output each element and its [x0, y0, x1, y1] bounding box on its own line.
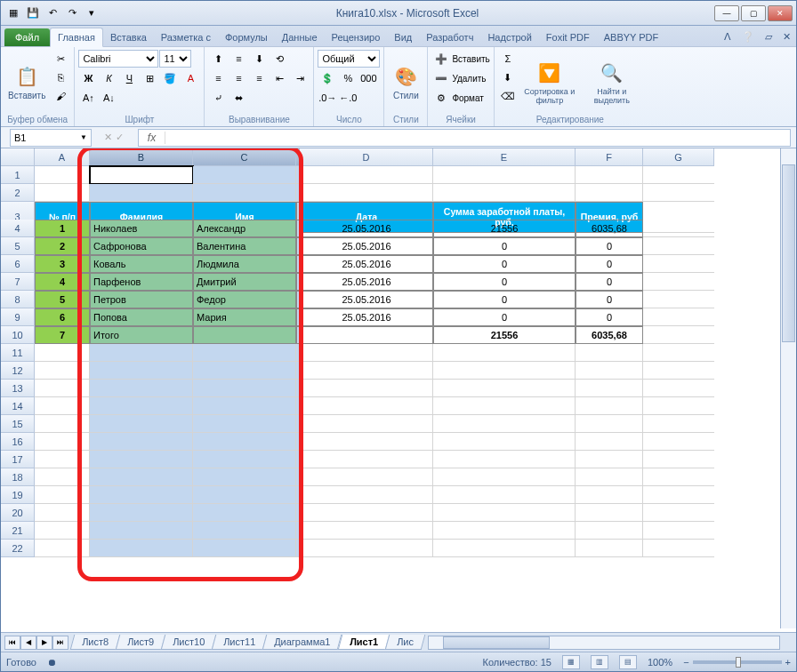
tab-layout[interactable]: Разметка с: [154, 28, 218, 46]
cell-empty[interactable]: [643, 397, 714, 415]
wrap-text-icon[interactable]: ⤶: [208, 89, 228, 107]
number-format-select[interactable]: Общий: [318, 50, 380, 68]
cell-empty[interactable]: [90, 486, 193, 504]
bold-icon[interactable]: Ж: [78, 69, 98, 87]
redo-icon[interactable]: ↷: [63, 4, 81, 22]
cell-name[interactable]: Федор: [193, 291, 296, 308]
cell-data[interactable]: 21556: [433, 326, 576, 344]
cell-empty[interactable]: [90, 184, 193, 202]
cell-empty[interactable]: [576, 540, 643, 557]
sheet-tab-Лист9[interactable]: Лист9: [116, 635, 166, 650]
cell-name[interactable]: Парфенов: [90, 273, 193, 291]
row-header-9[interactable]: 9: [1, 308, 35, 326]
align-top-icon[interactable]: ⬆: [208, 50, 228, 68]
cell-name[interactable]: [193, 326, 296, 344]
sheet-tab-Лист8[interactable]: Лист8: [70, 635, 121, 650]
cell-num[interactable]: 1: [35, 220, 90, 237]
cell-empty[interactable]: [35, 362, 90, 380]
cell-empty[interactable]: [90, 362, 193, 380]
currency-icon[interactable]: 💲: [318, 69, 337, 87]
cell-empty[interactable]: [643, 522, 714, 540]
cell-empty[interactable]: [300, 362, 433, 380]
tab-addins[interactable]: Надстрой: [480, 28, 538, 46]
help-icon[interactable]: ❔: [737, 28, 760, 46]
merge-icon[interactable]: ⬌: [229, 89, 248, 107]
percent-icon[interactable]: %: [338, 69, 358, 87]
cell-name[interactable]: Дмитрий: [193, 273, 296, 291]
cell-empty[interactable]: [193, 184, 296, 202]
cell-empty[interactable]: [35, 380, 90, 397]
cell-data[interactable]: 0: [433, 237, 576, 255]
cell-empty[interactable]: [643, 362, 714, 380]
tab-developer[interactable]: Разработч: [419, 28, 480, 46]
cell-empty[interactable]: [300, 433, 433, 451]
sheet-nav-last-icon[interactable]: ⏭: [52, 636, 68, 650]
cell-data[interactable]: 25.05.2016: [300, 255, 433, 273]
name-box[interactable]: B1 ▼: [10, 129, 92, 147]
row-header-22[interactable]: 22: [1, 540, 35, 557]
styles-button[interactable]: 🎨 Стили: [388, 50, 423, 113]
row-header-21[interactable]: 21: [1, 522, 35, 540]
cell-empty[interactable]: [193, 344, 296, 362]
cell-empty[interactable]: [193, 415, 296, 433]
row-header-4[interactable]: 4: [1, 220, 35, 237]
cell-empty[interactable]: [643, 433, 714, 451]
comma-icon[interactable]: 000: [358, 69, 378, 87]
cell-empty[interactable]: [643, 451, 714, 468]
font-size-select[interactable]: 11: [159, 50, 191, 68]
cell-empty[interactable]: [90, 433, 193, 451]
minimize-button[interactable]: —: [714, 5, 739, 21]
restore-window-icon[interactable]: ▱: [760, 28, 777, 46]
cell-empty[interactable]: [35, 415, 90, 433]
vertical-scrollbar[interactable]: [780, 148, 796, 628]
cell-empty[interactable]: [300, 415, 433, 433]
cell-name[interactable]: Петров: [90, 291, 193, 308]
align-bottom-icon[interactable]: ⬇: [249, 50, 269, 68]
vscroll-thumb[interactable]: [782, 164, 795, 342]
cell-empty[interactable]: [576, 184, 643, 202]
cell-empty[interactable]: [433, 380, 576, 397]
cell-empty[interactable]: [193, 362, 296, 380]
row-header-12[interactable]: 12: [1, 362, 35, 380]
sheet-nav-prev-icon[interactable]: ◀: [20, 636, 36, 650]
cell-empty[interactable]: [193, 166, 296, 184]
zoom-slider[interactable]: − +: [683, 657, 791, 668]
cell-empty[interactable]: [433, 522, 576, 540]
row-header-13[interactable]: 13: [1, 380, 35, 397]
row-header-7[interactable]: 7: [1, 273, 35, 291]
cell-empty[interactable]: [300, 468, 433, 486]
cell-empty[interactable]: [576, 344, 643, 362]
cell-empty[interactable]: [643, 220, 714, 237]
cell-empty[interactable]: [576, 451, 643, 468]
row-header-6[interactable]: 6: [1, 255, 35, 273]
orientation-icon[interactable]: ⟲: [270, 50, 289, 68]
hscroll-thumb[interactable]: [443, 636, 550, 649]
col-header-A[interactable]: A: [35, 148, 90, 166]
cell-data[interactable]: 25.05.2016: [300, 220, 433, 237]
cell-empty[interactable]: [643, 237, 714, 255]
cell-empty[interactable]: [643, 344, 714, 362]
cell-empty[interactable]: [90, 451, 193, 468]
find-select-button[interactable]: 🔍 Найти и выделить: [582, 50, 642, 113]
cell-name[interactable]: Сафронова: [90, 237, 193, 255]
row-header-10[interactable]: 10: [1, 326, 35, 344]
cell-empty[interactable]: [643, 504, 714, 522]
col-header-B[interactable]: B: [90, 148, 193, 166]
cell-empty[interactable]: [643, 540, 714, 557]
format-label[interactable]: Формат: [452, 93, 484, 103]
cell-empty[interactable]: [90, 540, 193, 557]
cell-empty[interactable]: [433, 397, 576, 415]
cell-empty[interactable]: [433, 433, 576, 451]
cell-empty[interactable]: [643, 486, 714, 504]
cell-empty[interactable]: [433, 504, 576, 522]
cell-empty[interactable]: [193, 397, 296, 415]
border-icon[interactable]: ⊞: [140, 69, 159, 87]
cell-data[interactable]: 0: [576, 291, 643, 308]
italic-icon[interactable]: К: [99, 69, 118, 87]
zoom-handle[interactable]: [736, 657, 741, 668]
macro-record-icon[interactable]: ⏺: [47, 657, 57, 668]
cell-empty[interactable]: [643, 308, 714, 326]
cell-empty[interactable]: [643, 468, 714, 486]
autosum-icon[interactable]: Σ: [498, 50, 518, 68]
row-header-18[interactable]: 18: [1, 468, 35, 486]
